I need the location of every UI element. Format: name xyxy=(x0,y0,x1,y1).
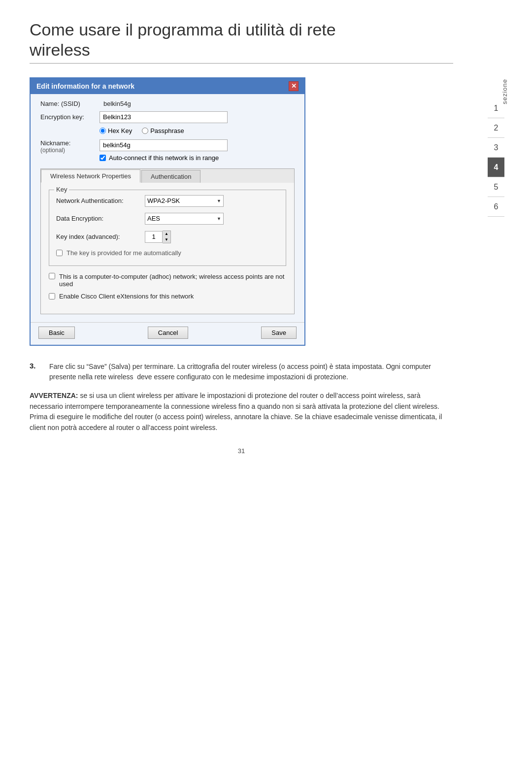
nickname-row: Nickname: (optional) Auto-connect if thi… xyxy=(40,139,295,162)
dialog-title: Edit information for a network xyxy=(36,82,134,90)
network-auth-select-wrapper: Open WPA WPA2-PSK WPA-PSK xyxy=(145,195,224,207)
nickname-label: Nickname: xyxy=(40,139,100,147)
auto-key-label: The key is provided for me automatically xyxy=(66,249,181,257)
key-index-input[interactable] xyxy=(145,231,163,243)
side-nav-item-4[interactable]: 4 xyxy=(488,158,504,177)
side-nav-item-1[interactable]: 1 xyxy=(488,99,504,118)
step3-section: 3. Fare clic su “Save” (Salva) per termi… xyxy=(30,362,453,383)
warning-body: se si usa un client wireless per attivar… xyxy=(30,392,442,431)
optional-label: (optional) xyxy=(40,147,100,154)
hex-key-radio-label[interactable]: Hex Key xyxy=(100,127,132,134)
auto-connect-row: Auto-connect if this network is in range xyxy=(100,154,228,162)
key-group-label: Key xyxy=(54,186,69,193)
dialog-titlebar: Edit information for a network ✕ xyxy=(31,78,304,94)
adhoc-label: This is a computer-to-computer (adhoc) n… xyxy=(59,273,286,288)
basic-button[interactable]: Basic xyxy=(38,327,75,339)
page-number: 31 xyxy=(30,447,453,455)
warning-text: AVVERTENZA: se si usa un client wireless… xyxy=(30,391,453,433)
key-group: Key Network Authentication: Open WPA WPA… xyxy=(49,190,286,266)
name-value: belkin54g xyxy=(103,100,131,107)
hex-key-radio[interactable] xyxy=(100,128,106,134)
data-enc-select-wrapper: None WEP TKIP AES xyxy=(145,213,224,225)
dialog-body: Name: (SSID) belkin54g Encryption key: H… xyxy=(31,94,304,322)
tabs-header: Wireless Network Properties Authenticati… xyxy=(41,169,294,183)
cancel-button[interactable]: Cancel xyxy=(148,327,188,339)
radio-group: Hex Key Passphrase xyxy=(100,127,295,134)
tab-wireless-properties[interactable]: Wireless Network Properties xyxy=(41,169,140,183)
network-auth-select[interactable]: Open WPA WPA2-PSK WPA-PSK xyxy=(145,195,224,207)
name-label: Name: (SSID) xyxy=(40,100,100,107)
passphrase-radio-label[interactable]: Passphrase xyxy=(142,127,184,134)
auto-key-row: The key is provided for me automatically xyxy=(56,249,279,257)
encryption-label: Encryption key: xyxy=(40,113,100,121)
side-nav-item-5[interactable]: 5 xyxy=(488,177,504,197)
side-nav-item-6[interactable]: 6 xyxy=(488,197,504,217)
data-enc-row: Data Encryption: None WEP TKIP AES xyxy=(56,213,279,225)
adhoc-checkbox[interactable] xyxy=(49,273,55,279)
warning-bold-label: AVVERTENZA: xyxy=(30,392,78,399)
step3-number: 3. xyxy=(30,362,41,383)
step3-text: Fare clic su “Save” (Salva) per terminar… xyxy=(49,362,453,383)
key-index-label: Key index (advanced): xyxy=(56,233,145,240)
spinner-down-button[interactable]: ▼ xyxy=(163,237,170,243)
tabs-container: Wireless Network Properties Authenticati… xyxy=(40,168,295,314)
auto-connect-checkbox[interactable] xyxy=(100,155,106,161)
encryption-input[interactable] xyxy=(100,111,228,123)
nickname-inputs: Auto-connect if this network is in range xyxy=(100,139,228,162)
auto-key-checkbox[interactable] xyxy=(56,250,63,256)
auto-connect-label: Auto-connect if this network is in range xyxy=(109,154,219,162)
step3-row: 3. Fare clic su “Save” (Salva) per termi… xyxy=(30,362,453,383)
dialog-footer: Basic Cancel Save xyxy=(31,322,304,345)
tabs-body: Key Network Authentication: Open WPA WPA… xyxy=(41,183,294,314)
key-index-row: Key index (advanced): ▲ ▼ xyxy=(56,231,279,243)
spinner-up-button[interactable]: ▲ xyxy=(163,231,170,237)
cisco-label: Enable Cisco Client eXtensions for this … xyxy=(59,293,194,300)
data-enc-label: Data Encryption: xyxy=(56,215,145,222)
passphrase-radio[interactable] xyxy=(142,128,148,134)
page-title: Come usare il programma di utilità di re… xyxy=(30,20,453,60)
dialog-close-button[interactable]: ✕ xyxy=(289,81,299,91)
side-nav-item-2[interactable]: 2 xyxy=(488,118,504,138)
nickname-input[interactable] xyxy=(100,139,228,151)
network-auth-label: Network Authentication: xyxy=(56,197,145,204)
side-nav-numbers: 1 2 3 4 5 6 xyxy=(488,99,504,217)
warning-section: AVVERTENZA: se si usa un client wireless… xyxy=(30,391,453,433)
key-index-spinner: ▲ ▼ xyxy=(145,231,171,243)
passphrase-label: Passphrase xyxy=(150,127,184,134)
save-button[interactable]: Save xyxy=(261,327,297,339)
cisco-row: Enable Cisco Client eXtensions for this … xyxy=(49,293,286,300)
data-enc-select[interactable]: None WEP TKIP AES xyxy=(145,213,224,225)
hex-key-label: Hex Key xyxy=(108,127,132,134)
edit-network-dialog: Edit information for a network ✕ Name: (… xyxy=(30,77,305,346)
spinner-buttons: ▲ ▼ xyxy=(163,231,171,243)
side-nav: sezione 1 2 3 4 5 6 xyxy=(483,0,512,759)
name-row: Name: (SSID) belkin54g xyxy=(40,100,295,107)
tab-authentication[interactable]: Authentication xyxy=(141,170,200,183)
adhoc-row: This is a computer-to-computer (adhoc) n… xyxy=(49,273,286,288)
cisco-checkbox[interactable] xyxy=(49,293,55,299)
side-nav-item-3[interactable]: 3 xyxy=(488,138,504,158)
network-auth-row: Network Authentication: Open WPA WPA2-PS… xyxy=(56,195,279,207)
title-divider xyxy=(30,63,453,64)
encryption-row: Encryption key: xyxy=(40,111,295,123)
